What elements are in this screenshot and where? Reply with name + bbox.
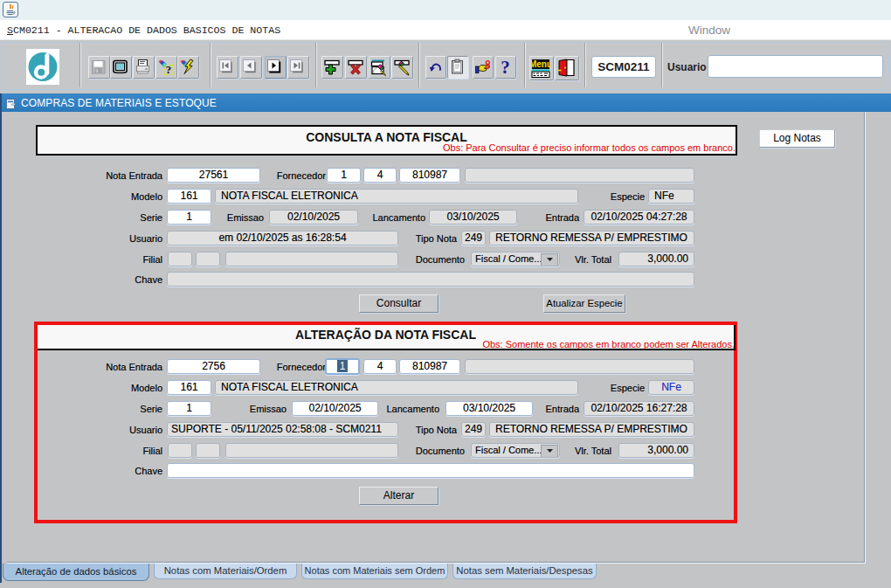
svg-text:?: ? [166,63,172,75]
svg-text:Menu: Menu [531,59,550,69]
svg-text:?: ? [501,59,510,75]
